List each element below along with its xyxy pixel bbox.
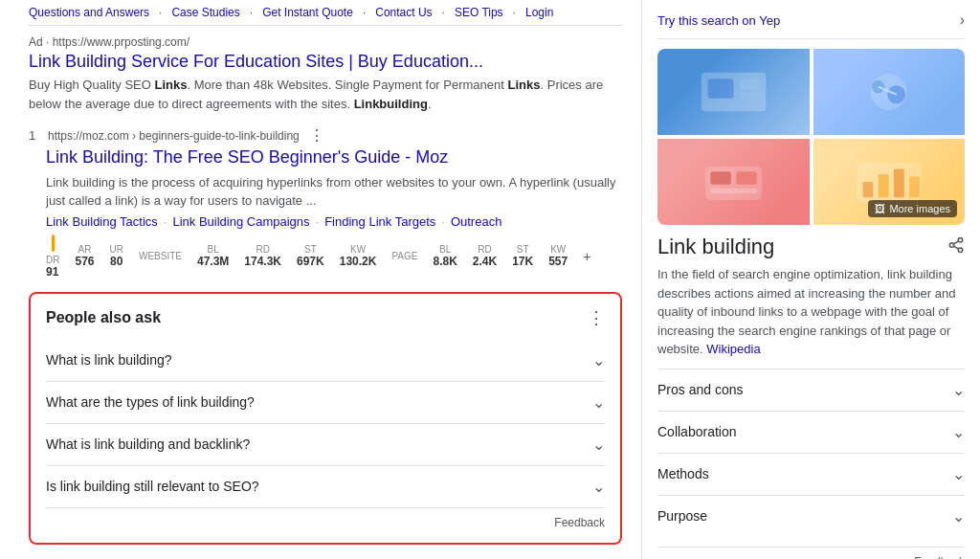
metric-st1: ST 697K — [297, 244, 324, 268]
ad-block: Ad · https://www.prposting.com/ Link Bui… — [29, 35, 622, 113]
image-2 — [813, 49, 966, 135]
kp-section-collaboration[interactable]: Collaboration ⌄ — [657, 411, 965, 453]
result-1: 1 https://moz.com › beginners-guide-to-l… — [29, 126, 622, 278]
nav-case[interactable]: Case Studies — [171, 6, 239, 19]
yep-row: Try this search on Yep › — [657, 6, 965, 39]
metric-dr: DR 91 — [46, 235, 59, 279]
paa-header: People also ask ⋮ — [46, 307, 605, 328]
image-2-svg — [843, 66, 934, 118]
image-grid[interactable]: 🖼 More images — [657, 49, 965, 225]
metric-ar: AR 576 — [75, 244, 94, 268]
svg-rect-2 — [740, 79, 759, 90]
kp-share-icon[interactable] — [947, 236, 965, 258]
paa-question-3: Is link building still relevant to SEO? — [46, 479, 259, 494]
metric-rd2: RD 2.4K — [473, 244, 497, 268]
metric-kw2-value: 557 — [548, 255, 568, 268]
result-1-num: 1 — [29, 128, 42, 143]
paa-title: People also ask — [46, 309, 161, 326]
svg-rect-1 — [707, 79, 733, 99]
kp-section-pros-label: Pros and cons — [657, 382, 744, 397]
nav-quote[interactable]: Get Instant Quote — [262, 6, 353, 19]
more-images-badge[interactable]: 🖼 More images — [868, 200, 957, 217]
svg-point-19 — [958, 248, 963, 253]
paa-item-0[interactable]: What is link building? ⌄ — [46, 340, 605, 382]
image-3-svg — [688, 156, 779, 208]
paa-chevron-0: ⌄ — [592, 351, 605, 369]
kp-section-collaboration-chevron: ⌄ — [952, 423, 965, 441]
kp-section-collaboration-label: Collaboration — [657, 424, 737, 439]
result-1-link-targets[interactable]: Finding Link Targets — [324, 214, 435, 229]
result-1-link-outreach[interactable]: Outreach — [451, 214, 501, 229]
metric-rd1-value: 174.3K — [244, 255, 281, 268]
paa-item-3[interactable]: Is link building still relevant to SEO? … — [46, 466, 605, 508]
metric-kw1: KW 130.2K — [340, 244, 377, 268]
metric-st1-value: 697K — [297, 255, 324, 268]
svg-rect-9 — [710, 171, 731, 185]
result-1-url-row: 1 https://moz.com › beginners-guide-to-l… — [29, 126, 622, 145]
svg-rect-10 — [736, 171, 757, 185]
metric-kw1-label: KW — [350, 244, 366, 255]
paa-chevron-2: ⌄ — [592, 436, 605, 454]
nav-login[interactable]: Login — [525, 6, 553, 19]
ad-label: Ad · https://www.prposting.com/ — [29, 35, 622, 49]
svg-line-20 — [953, 246, 958, 249]
metric-ar-label: AR — [78, 244, 92, 255]
svg-rect-14 — [879, 174, 889, 197]
svg-rect-13 — [863, 182, 874, 197]
image-3 — [657, 139, 810, 225]
metric-bl2-label: BL — [439, 244, 451, 255]
more-images-label: More images — [889, 203, 950, 214]
kp-section-methods[interactable]: Methods ⌄ — [657, 453, 965, 495]
metric-rd2-value: 2.4K — [473, 255, 497, 268]
svg-line-21 — [953, 240, 958, 243]
nav-qa[interactable]: Questions and Answers — [29, 6, 149, 19]
metric-page-label: PAGE — [391, 251, 417, 261]
paa-more-icon[interactable]: ⋮ — [588, 307, 605, 328]
result-1-links: Link Building Tactics · Link Building Ca… — [46, 214, 622, 229]
metrics-plus-icon[interactable]: + — [583, 249, 590, 264]
image-icon: 🖼 — [875, 203, 885, 214]
metric-rd1: RD 174.3K — [244, 244, 281, 268]
kp-section-purpose-label: Purpose — [657, 508, 707, 524]
result-1-metrics: DR 91 AR 576 UR 80 WEBSITE BL 47.3M RD — [46, 235, 622, 279]
kp-title-row: Link building — [657, 235, 965, 259]
svg-rect-3 — [740, 92, 759, 99]
svg-rect-16 — [909, 177, 920, 198]
metric-ur: UR 80 — [109, 244, 122, 268]
paa-item-1[interactable]: What are the types of link building? ⌄ — [46, 382, 605, 424]
metric-dr-label: DR — [46, 255, 59, 265]
nav-contact[interactable]: Contact Us — [375, 6, 432, 19]
metric-bl1: BL 47.3M — [197, 244, 229, 268]
metric-st2: ST 17K — [512, 244, 533, 268]
kp-description: In the field of search engine optimizati… — [657, 265, 965, 359]
metric-dr-value: 91 — [46, 265, 59, 279]
ad-desc: Buy High Quality SEO Links. More than 48… — [29, 76, 622, 113]
result-1-link-campaigns[interactable]: Link Building Campaigns — [172, 214, 309, 229]
metric-page: PAGE — [391, 251, 417, 261]
metric-rd2-label: RD — [478, 244, 491, 255]
kp-feedback[interactable]: Feedback — [657, 547, 965, 560]
metric-st2-label: ST — [517, 244, 529, 255]
ad-title[interactable]: Link Building Service For Education Site… — [29, 51, 622, 73]
result-1-url: https://moz.com › beginners-guide-to-lin… — [48, 129, 300, 143]
top-nav: Questions and Answers · Case Studies · G… — [29, 0, 622, 26]
paa-item-2[interactable]: What is link building and backlink? ⌄ — [46, 424, 605, 466]
metric-bl2: BL 8.8K — [433, 244, 457, 268]
result-1-title[interactable]: Link Building: The Free SEO Beginner's G… — [46, 146, 622, 168]
nav-seotips[interactable]: SEO Tips — [455, 6, 503, 19]
image-1-svg — [688, 66, 779, 118]
paa-question-0: What is link building? — [46, 352, 172, 368]
kp-wiki-link[interactable]: Wikipedia — [706, 342, 760, 356]
result-1-link-tactics[interactable]: Link Building Tactics — [46, 214, 158, 229]
result-1-more-icon[interactable]: ⋮ — [309, 126, 324, 145]
yep-search-link[interactable]: Try this search on Yep — [657, 13, 780, 28]
kp-section-pros[interactable]: Pros and cons ⌄ — [657, 369, 965, 411]
kp-section-pros-chevron: ⌄ — [952, 381, 965, 399]
kp-section-purpose-chevron: ⌄ — [952, 507, 965, 525]
paa-feedback[interactable]: Feedback — [46, 516, 605, 529]
metric-kw1-value: 130.2K — [340, 255, 377, 268]
kp-section-methods-label: Methods — [657, 466, 709, 481]
right-column: Try this search on Yep › — [641, 0, 980, 559]
kp-section-purpose[interactable]: Purpose ⌄ — [657, 495, 965, 537]
metric-bl1-label: BL — [208, 244, 219, 255]
